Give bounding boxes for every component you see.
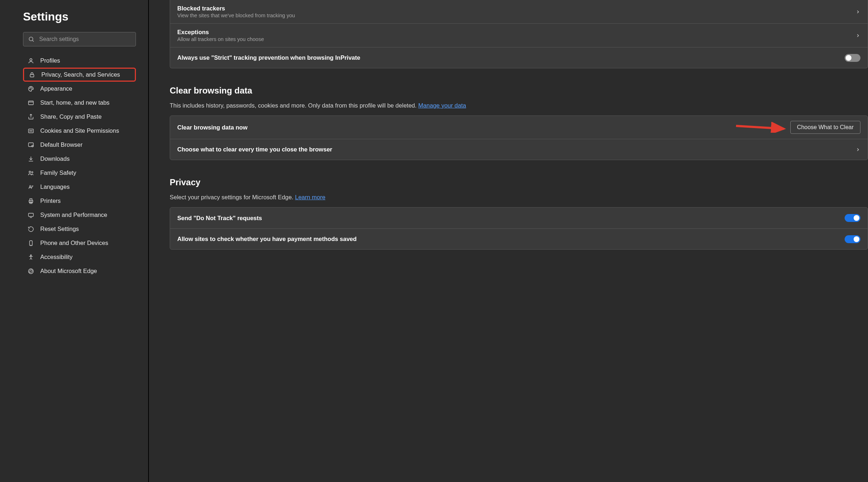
svg-point-5	[31, 87, 31, 88]
section-desc-text: Select your privacy settings for Microso…	[170, 194, 295, 200]
sidebar-item-profiles[interactable]: Profiles	[23, 54, 136, 68]
svg-rect-22	[30, 199, 32, 200]
sidebar-item-label: Printers	[40, 197, 61, 204]
settings-sidebar: Settings Profiles Privacy, Search, and S…	[0, 0, 149, 482]
svg-point-0	[29, 37, 33, 41]
chevron-right-icon	[855, 33, 860, 38]
sidebar-item-cookies[interactable]: Cookies and Site Permissions	[23, 124, 136, 138]
settings-nav: Profiles Privacy, Search, and Services A…	[23, 54, 136, 278]
row-subtitle: View the sites that we've blocked from t…	[177, 13, 295, 18]
sidebar-item-downloads[interactable]: Downloads	[23, 152, 136, 166]
row-payment-methods: Allow sites to check whether you have pa…	[170, 228, 868, 249]
svg-point-12	[31, 131, 31, 131]
sidebar-item-printers[interactable]: Printers	[23, 194, 136, 208]
sidebar-item-label: Cookies and Site Permissions	[40, 127, 119, 134]
sidebar-item-default-browser[interactable]: Default Browser	[23, 138, 136, 152]
sidebar-item-system[interactable]: System and Performance	[23, 208, 136, 222]
svg-rect-3	[30, 74, 34, 77]
svg-line-31	[736, 126, 784, 129]
palette-icon	[27, 86, 35, 92]
row-title: Clear browsing data now	[177, 124, 247, 131]
toggle-do-not-track[interactable]	[845, 214, 860, 222]
section-desc-text: This includes history, passwords, cookie…	[170, 102, 418, 109]
sidebar-item-label: Family Safety	[40, 169, 76, 176]
sidebar-item-phone[interactable]: Phone and Other Devices	[23, 236, 136, 250]
svg-point-6	[32, 88, 32, 88]
row-subtitle: Allow all trackers on sites you choose	[177, 36, 264, 42]
manage-data-link[interactable]: Manage your data	[418, 102, 466, 109]
sidebar-item-label: Privacy, Search, and Services	[41, 71, 120, 78]
sidebar-item-label: Reset Settings	[40, 226, 79, 232]
sidebar-item-label: Downloads	[40, 155, 70, 162]
share-icon	[27, 114, 35, 120]
svg-line-1	[32, 40, 33, 41]
row-title: Choose what to clear every time you clos…	[177, 146, 332, 153]
svg-rect-14	[28, 143, 33, 147]
svg-point-18	[29, 171, 31, 173]
toggle-strict-inprivate[interactable]	[845, 54, 860, 62]
row-title: Exceptions	[177, 29, 264, 36]
row-title: Blocked trackers	[177, 5, 295, 12]
clear-data-card: Clear browsing data now Choose What to C…	[170, 115, 868, 160]
profile-icon	[27, 58, 35, 64]
sidebar-item-label: Languages	[40, 183, 70, 190]
sidebar-item-privacy[interactable]: Privacy, Search, and Services	[23, 68, 136, 82]
settings-content: Blocked trackers View the sites that we'…	[149, 0, 868, 482]
row-title: Send "Do Not Track" requests	[177, 215, 262, 222]
row-clear-on-close[interactable]: Choose what to clear every time you clos…	[170, 139, 868, 160]
svg-point-28	[31, 255, 32, 256]
sidebar-item-appearance[interactable]: Appearance	[23, 82, 136, 96]
sidebar-item-languages[interactable]: Languages	[23, 180, 136, 194]
svg-point-11	[29, 131, 30, 131]
window-icon	[27, 100, 35, 106]
family-icon	[27, 170, 35, 176]
choose-what-to-clear-button[interactable]: Choose What to Clear	[790, 121, 860, 134]
section-desc-privacy: Select your privacy settings for Microso…	[170, 194, 868, 201]
system-icon	[27, 212, 35, 218]
svg-rect-7	[28, 101, 33, 105]
annotation-arrow-icon	[734, 122, 788, 133]
phone-icon	[27, 240, 35, 246]
sidebar-item-label: Default Browser	[40, 141, 82, 148]
sidebar-item-accessibility[interactable]: Accessibility	[23, 250, 136, 264]
section-heading-privacy: Privacy	[170, 177, 868, 187]
search-wrap	[23, 32, 136, 46]
svg-point-13	[32, 131, 32, 131]
download-icon	[27, 156, 35, 162]
sidebar-item-reset[interactable]: Reset Settings	[23, 222, 136, 236]
search-icon	[28, 36, 35, 42]
sidebar-item-start[interactable]: Start, home, and new tabs	[23, 96, 136, 110]
privacy-card: Send "Do Not Track" requests Allow sites…	[170, 207, 868, 250]
section-heading-clear: Clear browsing data	[170, 86, 868, 96]
sidebar-item-share[interactable]: Share, Copy and Paste	[23, 110, 136, 124]
row-blocked-trackers[interactable]: Blocked trackers View the sites that we'…	[170, 0, 868, 23]
row-do-not-track: Send "Do Not Track" requests	[170, 208, 868, 228]
browser-icon	[27, 142, 35, 148]
svg-point-2	[30, 59, 32, 61]
sidebar-item-label: Start, home, and new tabs	[40, 99, 110, 106]
sidebar-item-label: Accessibility	[40, 254, 73, 260]
language-icon	[27, 184, 35, 190]
printer-icon	[27, 198, 35, 204]
page-title: Settings	[23, 10, 136, 23]
lock-icon	[28, 72, 36, 78]
toggle-payment-methods[interactable]	[845, 235, 860, 243]
sidebar-item-label: System and Performance	[40, 212, 107, 218]
cookie-icon	[27, 128, 35, 134]
svg-point-19	[32, 171, 33, 173]
learn-more-link[interactable]: Learn more	[295, 194, 325, 200]
tracking-prevention-card: Blocked trackers View the sites that we'…	[170, 0, 868, 68]
chevron-right-icon	[855, 147, 860, 152]
accessibility-icon	[27, 254, 35, 260]
row-clear-now: Clear browsing data now Choose What to C…	[170, 116, 868, 139]
sidebar-item-family[interactable]: Family Safety	[23, 166, 136, 180]
sidebar-item-about[interactable]: About Microsoft Edge	[23, 264, 136, 278]
sidebar-item-label: About Microsoft Edge	[40, 268, 97, 274]
svg-point-4	[29, 88, 30, 88]
search-input[interactable]	[23, 32, 136, 46]
svg-rect-24	[28, 213, 33, 216]
row-exceptions[interactable]: Exceptions Allow all trackers on sites y…	[170, 23, 868, 47]
section-desc-clear: This includes history, passwords, cookie…	[170, 102, 868, 109]
svg-rect-23	[30, 202, 32, 204]
row-title: Always use "Strict" tracking prevention …	[177, 54, 360, 61]
